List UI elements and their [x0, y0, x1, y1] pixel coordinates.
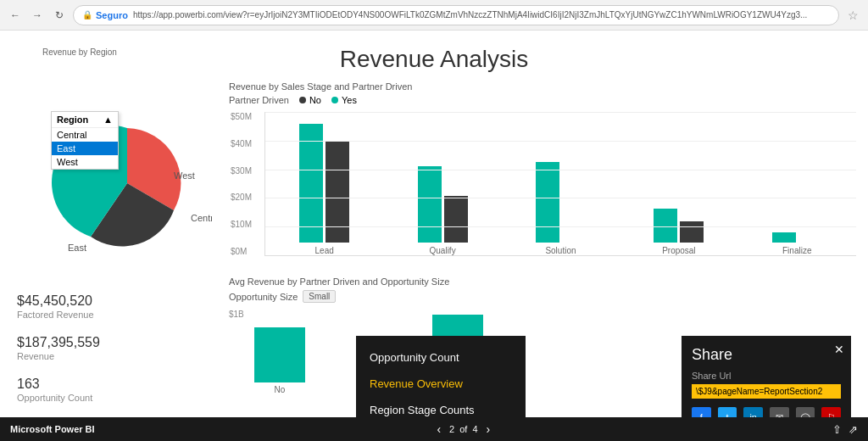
- bar-group-proposal: Proposal: [654, 209, 704, 255]
- bar-chart-area: Lead Qualify: [264, 112, 856, 256]
- bar-qualify-no[interactable]: [444, 196, 468, 243]
- bar-lead-yes[interactable]: [299, 124, 323, 243]
- pie-chart-title: Revenue by Region: [42, 47, 117, 57]
- bar-label-proposal: Proposal: [662, 246, 695, 255]
- share-bottom-button[interactable]: ⇧: [832, 423, 842, 436]
- bar-finalize-yes[interactable]: [772, 232, 796, 243]
- prev-page-button[interactable]: ‹: [433, 422, 444, 436]
- y-label-30m: $30M: [231, 166, 252, 176]
- gridline-4: [265, 226, 856, 227]
- legend-label-no: No: [309, 95, 321, 105]
- region-filter-header[interactable]: Region ▲: [52, 112, 118, 128]
- lock-icon: 🔒: [82, 10, 92, 20]
- metric-value-2: 163: [17, 377, 203, 392]
- y-label-40m: $40M: [231, 139, 252, 148]
- bar-group-qualify: Qualify: [418, 166, 468, 255]
- bar-qualify-yes[interactable]: [418, 166, 442, 243]
- y-label-0m: $0M: [231, 247, 252, 256]
- fullscreen-button[interactable]: ⇗: [849, 423, 858, 436]
- share-link-button[interactable]: ◯: [796, 407, 815, 417]
- gridline-3: [265, 198, 856, 198]
- gridline-0: [265, 112, 856, 113]
- bar-pair-finalize: [772, 232, 822, 243]
- region-option-west[interactable]: West: [52, 155, 118, 169]
- y-label-10m: $10M: [231, 220, 252, 229]
- avg-bar-label-no: No: [275, 385, 286, 394]
- bar-label-qualify: Qualify: [430, 246, 456, 255]
- nav-menu: Opportunity Count Revenue Overview Regio…: [356, 336, 526, 417]
- region-filter-label: Region: [57, 114, 88, 125]
- next-page-button[interactable]: ›: [483, 422, 494, 436]
- avg-bar-no[interactable]: [254, 327, 305, 382]
- bar-groups: Lead Qualify: [265, 112, 856, 255]
- legend-item-no: No: [299, 95, 321, 105]
- legend-partner-label: Partner Driven: [229, 95, 289, 105]
- address-bar[interactable]: 🔒 Seguro https://app.powerbi.com/view?r=…: [73, 5, 839, 25]
- bar-pair-qualify: [418, 166, 468, 243]
- forward-button[interactable]: →: [29, 7, 46, 24]
- metric-factored-revenue: $45,450,520 Factored Revenue: [17, 293, 203, 320]
- share-linkedin-button[interactable]: in: [743, 407, 763, 417]
- metric-opp-count: 163 Opportunity Count: [17, 377, 203, 403]
- share-embed-button[interactable]: ⚐: [821, 407, 841, 417]
- bar-label-finalize: Finalize: [782, 246, 811, 255]
- legend-dot-no: [299, 97, 306, 103]
- bar-chart-legend: Partner Driven No Yes: [229, 95, 856, 105]
- share-facebook-button[interactable]: f: [692, 407, 711, 417]
- main-content: Revenue Analysis Region ▲ Central East W…: [0, 31, 868, 417]
- sort-icon: ▲: [103, 114, 113, 125]
- gridline-2: [265, 170, 856, 170]
- bar-chart-title: Revenue by Sales Stage and Partner Drive…: [229, 81, 856, 92]
- bar-pair-proposal: [654, 209, 704, 243]
- avg-chart-title: Avg Revenue by Partner Driven and Opport…: [229, 276, 856, 287]
- opp-size-label: Opportunity Size: [229, 292, 298, 302]
- legend-item-yes: Yes: [331, 95, 357, 105]
- share-twitter-button[interactable]: t: [718, 407, 737, 417]
- y-label-20m: $20M: [231, 193, 252, 202]
- bar-solution-yes[interactable]: [536, 162, 559, 243]
- back-button[interactable]: ←: [7, 7, 24, 24]
- opp-size-filter: Opportunity Size Small: [229, 290, 856, 303]
- bar-group-solution: Solution: [536, 162, 586, 255]
- y-label-50m: $50M: [231, 112, 252, 121]
- metric-label-2: Opportunity Count: [17, 393, 203, 403]
- secure-label: Seguro: [96, 10, 128, 20]
- legend-dot-yes: [331, 97, 338, 103]
- metric-label-1: Revenue: [17, 351, 203, 361]
- pie-label-west: West: [174, 170, 195, 181]
- url-text: https://app.powerbi.com/view?r=eyJrIjoiN…: [133, 10, 807, 20]
- share-url-value[interactable]: \$J9&pageName=ReportSection2: [692, 384, 841, 399]
- gridline-1: [265, 141, 856, 142]
- share-title: Share: [692, 346, 841, 364]
- avg-y-label: $1B: [229, 310, 244, 319]
- avg-bar-group-no: No: [254, 327, 305, 394]
- page-total: 4: [472, 424, 477, 434]
- legend-label-yes: Yes: [342, 95, 357, 105]
- browser-bar: ← → ↻ 🔒 Seguro https://app.powerbi.com/v…: [0, 0, 868, 31]
- nav-menu-item-1[interactable]: Revenue Overview: [356, 371, 526, 397]
- opp-size-value[interactable]: Small: [303, 290, 336, 303]
- metric-revenue: $187,395,559 Revenue: [17, 335, 203, 361]
- page-separator: of: [459, 424, 467, 434]
- share-close-button[interactable]: ✕: [834, 343, 844, 356]
- nav-menu-item-0[interactable]: Opportunity Count: [356, 344, 526, 371]
- bar-label-lead: Lead: [315, 246, 334, 255]
- share-url-label: Share Url: [692, 371, 841, 381]
- share-email-button[interactable]: ✉: [770, 407, 789, 417]
- bar-label-solution: Solution: [545, 246, 576, 255]
- bottom-right-icons: ⇧ ⇗: [832, 423, 858, 436]
- region-option-east[interactable]: East: [52, 142, 118, 155]
- region-filter-dropdown[interactable]: Region ▲ Central East West: [51, 111, 119, 170]
- y-axis-labels: $50M $40M $30M $20M $10M $0M: [231, 112, 252, 256]
- share-panel: ✕ Share Share Url \$J9&pageName=ReportSe…: [682, 336, 851, 417]
- bookmark-icon[interactable]: ☆: [844, 7, 861, 24]
- page-title: Revenue Analysis: [0, 31, 868, 80]
- region-option-central[interactable]: Central: [52, 128, 118, 142]
- reload-button[interactable]: ↻: [51, 7, 68, 24]
- bar-pair-solution: [536, 162, 586, 243]
- metrics-panel: $45,450,520 Factored Revenue $187,395,55…: [17, 293, 203, 417]
- bar-proposal-yes[interactable]: [654, 209, 677, 243]
- bar-group-finalize: Finalize: [772, 232, 822, 255]
- nav-menu-item-2[interactable]: Region Stage Counts: [356, 397, 526, 417]
- bar-proposal-no[interactable]: [680, 221, 704, 243]
